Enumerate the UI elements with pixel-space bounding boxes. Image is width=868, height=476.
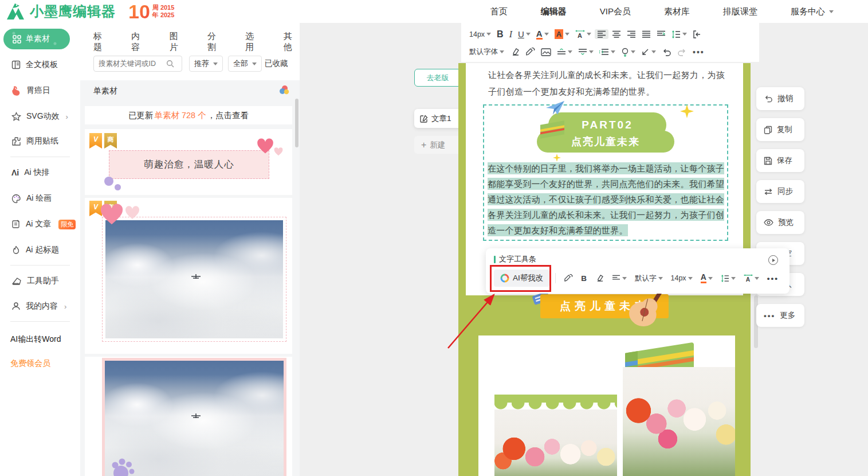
star-icon: s: [11, 112, 21, 122]
play-circle-icon[interactable]: [768, 255, 778, 265]
sidebar-item-ai-layout[interactable]: Λi Ai 快排: [11, 167, 50, 178]
sidebar-item-full-template[interactable]: 全文模板: [11, 60, 58, 70]
align-center-icon[interactable]: [610, 29, 623, 39]
align-left-icon[interactable]: [595, 29, 608, 39]
lamp-icon[interactable]: [619, 46, 638, 58]
font-size-select[interactable]: 14px: [669, 273, 695, 283]
preview-button[interactable]: 预览: [756, 211, 804, 234]
logo[interactable]: 小墨鹰编辑器 10 周 2015 年 2025: [6, 1, 174, 22]
align-justify-icon[interactable]: [639, 29, 653, 39]
commercial-badge: 商: [104, 133, 117, 149]
font-family-select[interactable]: 默认字体: [467, 46, 506, 58]
tab-selected[interactable]: 选用: [245, 31, 261, 53]
panel-scrollbar[interactable]: [295, 99, 299, 147]
undo-button[interactable]: 撤销: [756, 87, 804, 110]
material-tabs: 标题 内容 图片 分割 选用 其他: [93, 31, 300, 53]
resize-arrow-icon[interactable]: [639, 47, 658, 57]
svg-text:s: s: [15, 116, 17, 119]
sidebar-item-single-material[interactable]: 单素材: [3, 29, 70, 49]
align-icon[interactable]: [610, 274, 629, 283]
material-card-photo-dashed[interactable]: V 商: [85, 198, 292, 354]
nav-materials[interactable]: 素材库: [664, 6, 690, 17]
paragraph-spacing-icon[interactable]: [597, 47, 618, 57]
filter-favorited[interactable]: 已收藏: [265, 58, 288, 69]
filter-all[interactable]: 全部: [228, 56, 262, 72]
selected-text[interactable]: 在这个特别的日子里，我们将举办一场主题活动，让每个孩子都能享受到一个友好的世界，…: [488, 161, 726, 238]
font-family-select[interactable]: 默认字: [633, 272, 665, 284]
filter-recommend[interactable]: 推荐: [189, 56, 223, 72]
old-version-button[interactable]: 去老版: [414, 69, 461, 87]
nav-vip[interactable]: VIP会员: [600, 6, 631, 17]
font-color-icon[interactable]: A: [534, 28, 551, 41]
v-badge: V: [89, 133, 102, 149]
sidebar-item-stomach-day[interactable]: 胃癌日: [11, 85, 50, 96]
article-icon: [11, 220, 21, 229]
selected-block-outline[interactable]: PART02 点亮儿童未来 在这个特别的日子里，我们将举办一场主题活动，让每个孩…: [483, 104, 728, 241]
more-icon[interactable]: •••: [765, 273, 781, 284]
outdent-bracket-icon[interactable]: [690, 29, 704, 40]
format-painter-icon[interactable]: [523, 46, 537, 58]
nav-service[interactable]: 服务中心: [791, 6, 834, 17]
nav-home[interactable]: 首页: [490, 6, 508, 17]
tulip-photo-left: [494, 409, 617, 476]
font-color-icon[interactable]: A: [698, 272, 715, 284]
sidebar-link-ai-to-word[interactable]: AI输出转Word: [10, 334, 61, 345]
update-notice[interactable]: 已更新单素材 728 个，点击查看: [85, 106, 292, 124]
sidebar-item-my-content[interactable]: 我的内容 ›: [11, 301, 66, 311]
paragraph-top[interactable]: 让社会各界关注到儿童的成长和未来。让我们一起努力，为孩子们创造一个更加友好和充满…: [488, 67, 728, 100]
margin-bottom-icon[interactable]: [576, 47, 596, 57]
sidebar-item-tools[interactable]: 工具助手: [11, 276, 59, 286]
format-painter-icon[interactable]: [561, 273, 575, 284]
line-height-icon[interactable]: [669, 29, 689, 40]
bold-icon[interactable]: B: [579, 273, 589, 284]
material-card-photo-solid[interactable]: [85, 357, 292, 476]
tab-other[interactable]: 其他: [284, 31, 300, 53]
bold-icon[interactable]: B: [494, 28, 506, 41]
tab-title[interactable]: 标题: [93, 31, 109, 53]
color-palette-icon[interactable]: [278, 85, 290, 95]
section-title: 单素材: [93, 86, 117, 96]
italic-icon[interactable]: I: [507, 28, 514, 41]
new-document-button[interactable]: + 新建: [414, 136, 464, 154]
indent-icon[interactable]: [654, 29, 668, 39]
tab-divider[interactable]: 分割: [207, 31, 223, 53]
sidebar-item-ai-article[interactable]: Ai 文章 限免: [11, 219, 76, 229]
letter-spacing-icon[interactable]: A: [573, 29, 594, 40]
save-button[interactable]: 保存: [756, 149, 804, 172]
image-icon[interactable]: [539, 47, 553, 57]
chevron-down-icon: [252, 63, 257, 65]
letter-spacing-icon[interactable]: A: [741, 273, 761, 283]
sidebar-item-ai-title[interactable]: Ai 起标题: [11, 245, 59, 255]
more-button[interactable]: ••• 更多: [756, 304, 804, 327]
tab-content[interactable]: 内容: [131, 31, 147, 53]
edit-icon: [420, 115, 428, 123]
puzzle-icon: [11, 136, 21, 146]
undo-icon[interactable]: [659, 47, 674, 57]
sidebar-item-ai-paint[interactable]: Ai 绘画: [11, 193, 52, 204]
underline-icon[interactable]: U: [516, 28, 533, 40]
redo-icon[interactable]: [675, 47, 689, 57]
material-card-text[interactable]: V 商 萌趣治愈，温暖人心: [85, 129, 292, 195]
document-tab[interactable]: 文章1: [414, 109, 464, 128]
sidebar-item-svg-motion[interactable]: s SVG动效 ›: [11, 111, 68, 122]
font-size-select[interactable]: 14px: [467, 29, 493, 40]
sync-button[interactable]: 同步: [756, 180, 804, 203]
copy-button[interactable]: 复制: [756, 118, 804, 141]
line-height-icon[interactable]: [718, 274, 738, 283]
margin-top-icon[interactable]: [555, 47, 575, 57]
heart-icon-small: [125, 206, 140, 220]
clear-format-icon[interactable]: [592, 273, 606, 283]
search-input[interactable]: [99, 60, 166, 68]
align-right-icon[interactable]: [625, 29, 638, 39]
highlight-color-icon[interactable]: A: [552, 28, 572, 40]
annotation-arrow: [437, 287, 505, 353]
nav-editor[interactable]: 编辑器: [541, 6, 567, 17]
material-search[interactable]: [93, 56, 182, 72]
tab-image[interactable]: 图片: [170, 31, 186, 53]
sidebar-link-free-vip[interactable]: 免费领会员: [10, 358, 50, 369]
sidebar-item-stickers[interactable]: 商用贴纸: [11, 136, 58, 146]
nav-course[interactable]: 排版课堂: [723, 6, 757, 17]
more-tools-icon[interactable]: •••: [690, 46, 707, 58]
cloud-photo: [105, 361, 284, 476]
clear-format-icon[interactable]: [508, 46, 522, 57]
